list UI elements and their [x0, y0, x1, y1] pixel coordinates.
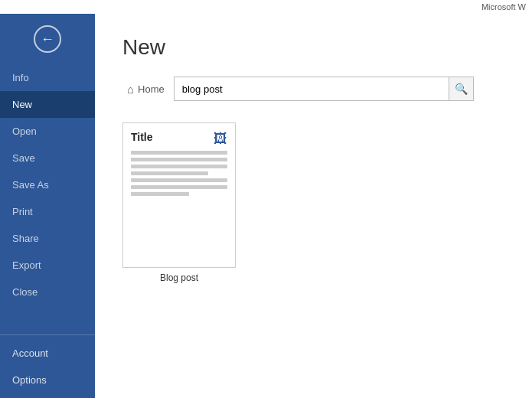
template-label: Blog post — [160, 272, 198, 283]
search-bar: ⌂ Home 🔍 — [122, 77, 504, 101]
sidebar-item-info[interactable]: Info — [0, 64, 95, 91]
thumb-line — [131, 185, 227, 189]
sidebar-item-options[interactable]: Options — [0, 367, 95, 393]
sidebar-item-new[interactable]: New — [0, 91, 95, 118]
template-thumbnail: Title 🖼 — [122, 122, 236, 268]
thumb-line — [131, 158, 227, 161]
sidebar-item-save[interactable]: Save — [0, 145, 95, 171]
thumb-line — [131, 151, 227, 155]
templates-grid: Title 🖼 Blog post — [122, 122, 504, 283]
thumb-line — [131, 178, 227, 182]
sidebar-nav: Info New Open Save Save As Print Share E… — [0, 61, 95, 334]
sidebar-item-account[interactable]: Account — [0, 340, 95, 367]
home-button[interactable]: ⌂ Home — [122, 80, 169, 99]
app-name: Microsoft W — [481, 2, 526, 11]
back-icon: ← — [34, 25, 61, 53]
thumb-line — [131, 171, 208, 175]
content-area: New ⌂ Home 🔍 Title 🖼 — [95, 14, 532, 398]
page-title: New — [122, 35, 504, 60]
home-icon: ⌂ — [127, 83, 134, 96]
home-label: Home — [138, 83, 165, 95]
sidebar: ← Info New Open Save Save As Print Share… — [0, 14, 95, 398]
thumb-lines — [131, 151, 227, 196]
main-container: ← Info New Open Save Save As Print Share… — [0, 14, 532, 398]
sidebar-item-share[interactable]: Share — [0, 225, 95, 252]
thumb-line — [131, 192, 189, 196]
search-input[interactable] — [174, 77, 449, 101]
search-icon: 🔍 — [455, 83, 468, 95]
search-button[interactable]: 🔍 — [449, 77, 474, 101]
top-bar: Microsoft W — [0, 0, 532, 14]
sidebar-item-close[interactable]: Close — [0, 279, 95, 305]
thumb-line — [131, 165, 227, 168]
sidebar-item-open[interactable]: Open — [0, 118, 95, 145]
thumb-doc-icon: 🖼 — [214, 131, 227, 147]
sidebar-bottom: Account Options — [0, 334, 95, 398]
back-button[interactable]: ← — [28, 20, 67, 58]
sidebar-item-save-as[interactable]: Save As — [0, 171, 95, 198]
sidebar-item-export[interactable]: Export — [0, 252, 95, 279]
template-card-blog-post[interactable]: Title 🖼 Blog post — [122, 122, 236, 283]
sidebar-item-print[interactable]: Print — [0, 198, 95, 225]
